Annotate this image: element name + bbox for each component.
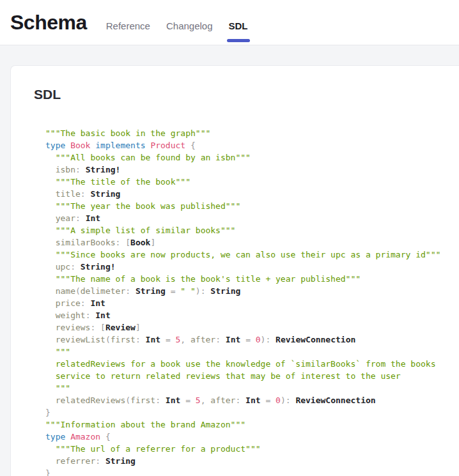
code-token-pln xyxy=(45,444,56,454)
tab-reference[interactable]: Reference xyxy=(106,20,150,31)
code-token-pln xyxy=(185,335,191,344)
code-token-pun: , xyxy=(180,335,185,344)
code-token-pun: ): xyxy=(196,286,206,296)
code-token-pln xyxy=(45,213,56,223)
code-token-pln xyxy=(160,395,166,405)
code-token-str: """The title of the book""" xyxy=(56,177,191,187)
tab-sdl[interactable]: SDL xyxy=(229,20,248,31)
code-token-pln xyxy=(81,213,86,223)
code-line: """The year the book was published""" xyxy=(45,200,459,212)
code-token-attr: delimeter xyxy=(81,286,125,296)
code-token-kw: type xyxy=(45,141,65,150)
code-token-pln xyxy=(45,201,56,211)
code-line: """Since books are now products, we can … xyxy=(45,249,459,261)
code-token-attr: upc xyxy=(56,262,70,272)
code-token-pun: ] xyxy=(136,323,141,332)
code-line: """ xyxy=(45,382,459,394)
code-token-str: """ xyxy=(56,347,70,357)
sdl-section-heading: SDL xyxy=(34,86,459,103)
code-token-pln xyxy=(45,335,56,344)
code-line: year: Int xyxy=(45,212,459,224)
code-line: """All books can be found by an isbn""" xyxy=(45,151,459,164)
code-token-kw: type xyxy=(45,432,65,441)
code-token-pln xyxy=(100,432,105,441)
code-token-typ: String! xyxy=(86,165,121,174)
code-token-typ: String xyxy=(136,286,166,296)
code-token-attr: first xyxy=(130,395,155,405)
code-token-pln xyxy=(45,286,56,296)
code-token-attr: after xyxy=(210,395,235,405)
code-token-pln xyxy=(160,335,166,344)
code-token-str: """ xyxy=(56,383,70,393)
code-token-pln xyxy=(45,262,56,272)
code-token-pln xyxy=(45,383,56,393)
code-token-typ: String xyxy=(105,456,136,466)
code-line: title: String xyxy=(45,188,459,200)
code-token-pln xyxy=(130,286,136,296)
code-line: price: Int xyxy=(45,297,459,309)
code-token-pln xyxy=(45,311,56,320)
code-token-attr: year xyxy=(56,213,75,223)
code-token-attr: reviewList xyxy=(56,335,105,344)
code-token-str: relatedReviews for a book use the knowle… xyxy=(56,359,436,369)
code-token-pln xyxy=(45,153,56,162)
code-token-typ: Int xyxy=(245,395,260,405)
code-token-pun: } xyxy=(45,408,51,417)
code-token-pln xyxy=(45,250,56,259)
code-token-pln xyxy=(45,238,56,247)
code-token-str: " " xyxy=(180,286,195,296)
code-line: """The name of a book is the book's titl… xyxy=(45,273,459,285)
code-token-typ: Int xyxy=(146,335,160,344)
code-token-attr: similarBooks xyxy=(56,238,116,247)
code-line: reviewList(first: Int = 5, after: Int = … xyxy=(45,334,459,346)
code-line: type Amazon { xyxy=(45,431,459,443)
code-token-pun: : xyxy=(81,189,86,199)
code-token-pun: : xyxy=(75,165,81,174)
code-token-pln xyxy=(95,323,100,332)
sdl-card: SDL """The basic book in the graph"""typ… xyxy=(10,65,459,476)
code-token-pln xyxy=(65,432,70,441)
code-token-str: """The name of a book is the book's titl… xyxy=(56,274,361,284)
code-token-pun: : xyxy=(95,456,100,466)
code-token-pln xyxy=(45,165,56,174)
code-token-pln xyxy=(270,335,276,344)
code-token-pln xyxy=(45,323,56,332)
code-token-pln xyxy=(45,177,56,187)
code-token-pln xyxy=(45,347,56,357)
code-token-pln xyxy=(171,335,176,344)
code-token-pun: [ xyxy=(100,323,105,332)
code-token-attr: relatedReviews xyxy=(56,395,126,405)
code-token-attr: name xyxy=(56,286,75,296)
code-token-pun: : xyxy=(215,335,221,344)
code-line: name(delimeter: String = " "): String xyxy=(45,285,459,297)
code-token-pln xyxy=(45,456,56,466)
code-token-pln xyxy=(191,395,196,405)
code-line: service to return related reviews that m… xyxy=(45,370,459,382)
code-token-attr: title xyxy=(56,189,81,199)
code-token-pln xyxy=(100,456,105,466)
code-token-pun: ( xyxy=(105,335,111,344)
tab-bar: ReferenceChangelogSDL xyxy=(106,20,248,31)
code-token-attr: first xyxy=(111,335,136,344)
code-token-pun: [ xyxy=(125,238,130,247)
code-token-pln xyxy=(221,335,226,344)
code-token-typ: Int xyxy=(166,395,180,405)
page-title: Schema xyxy=(10,0,87,45)
code-token-attr: reviews xyxy=(56,323,91,332)
code-token-pln xyxy=(141,335,146,344)
tab-changelog[interactable]: Changelog xyxy=(166,20,213,31)
code-token-typ: String xyxy=(90,189,120,199)
code-token-num: 0 xyxy=(276,395,281,405)
code-line: """ xyxy=(45,346,459,358)
page-header: Schema ReferenceChangelogSDL xyxy=(0,0,459,45)
code-token-typ: Int xyxy=(226,335,240,344)
schema-page: Schema ReferenceChangelogSDL SDL """The … xyxy=(0,0,459,476)
code-token-typ: Int xyxy=(95,311,110,320)
code-token-pun: = xyxy=(185,395,191,405)
code-token-cls: Book xyxy=(70,141,90,150)
code-token-str: """The url of a referrer for a product""… xyxy=(56,444,261,454)
code-line: relatedReviews(first: Int = 5, after: In… xyxy=(45,394,459,406)
code-token-pun: : xyxy=(70,262,75,272)
code-token-typ: String! xyxy=(81,262,116,272)
code-line: referrer: String xyxy=(45,455,459,467)
